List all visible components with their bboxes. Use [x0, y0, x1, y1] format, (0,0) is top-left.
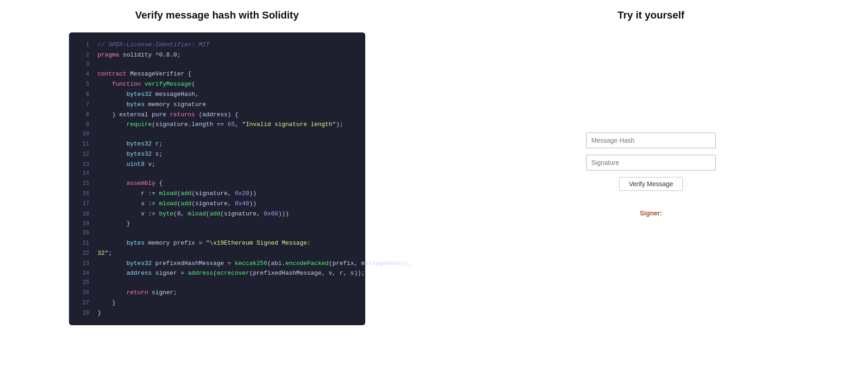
code-content-23: bytes32 prefixedHashMessage = keccak256(…	[98, 259, 412, 268]
line-num-4: 4	[76, 70, 89, 79]
code-line-17: 17 s := mload(add(signature, 0x40))	[69, 199, 365, 209]
right-panel: Try it yourself Verify Message Signer:	[434, 0, 868, 385]
line-num-6: 6	[76, 90, 89, 100]
line-num-5: 5	[76, 80, 89, 89]
code-content-13: uint8 v;	[98, 159, 156, 169]
code-content-11: bytes32 r;	[98, 139, 162, 149]
line-num-19: 19	[76, 220, 89, 229]
line-num-8: 8	[76, 111, 89, 120]
code-line-12: 12 bytes32 s;	[69, 149, 365, 159]
code-line-26: 26 return signer;	[69, 288, 365, 298]
code-content-8: ) external pure returns (address) {	[98, 110, 238, 120]
line-num-3: 3	[76, 60, 89, 69]
code-line-24: 24 address signer = address(ecrecover(pr…	[69, 268, 365, 278]
code-content-17: s := mload(add(signature, 0x40))	[98, 199, 256, 208]
message-hash-input[interactable]	[586, 133, 716, 148]
code-line-23: 23 bytes32 prefixedHashMessage = keccak2…	[69, 259, 365, 269]
code-content-22: 32";	[98, 248, 112, 258]
line-num-28: 28	[76, 309, 89, 318]
line-num-23: 23	[76, 259, 89, 269]
code-content-16: r := mload(add(signature, 0x20))	[98, 189, 256, 198]
code-content-15: assembly {	[98, 178, 162, 188]
line-num-18: 18	[76, 210, 89, 219]
code-line-22: 22 32";	[69, 248, 365, 259]
line-num-1: 1	[76, 41, 89, 50]
code-content-19: }	[98, 219, 130, 228]
code-line-16: 16 r := mload(add(signature, 0x20))	[69, 189, 365, 199]
code-content-9: require(signature.length == 65, "Invalid…	[98, 120, 343, 129]
left-title: Verify message hash with Solidity	[135, 9, 299, 21]
code-line-25: 25	[69, 278, 365, 288]
code-content-28: }	[98, 308, 101, 318]
line-num-27: 27	[76, 299, 89, 308]
code-content-21: bytes memory prefix = "\x19Ethereum Sign…	[98, 238, 311, 248]
code-content-4: contract MessageVerifier {	[98, 69, 192, 79]
code-content-5: function verifyMessage(	[98, 79, 195, 89]
verify-message-button[interactable]: Verify Message	[619, 177, 683, 191]
code-line-1: 1 // SPDX-License-Identifier: MIT	[69, 40, 365, 50]
code-line-13: 13 uint8 v;	[69, 159, 365, 170]
code-content-24: address signer = address(ecrecover(prefi…	[98, 268, 365, 278]
line-num-11: 11	[76, 140, 89, 149]
line-num-12: 12	[76, 150, 89, 159]
code-line-2: 2 pragma solidity ^0.8.0;	[69, 50, 365, 60]
code-line-3: 3	[69, 60, 365, 69]
line-num-20: 20	[76, 229, 89, 238]
line-num-17: 17	[76, 200, 89, 209]
line-num-21: 21	[76, 239, 89, 248]
code-line-9: 9 require(signature.length == 65, "Inval…	[69, 120, 365, 130]
line-num-26: 26	[76, 289, 89, 298]
code-line-27: 27 }	[69, 298, 365, 308]
code-line-21: 21 bytes memory prefix = "\x19Ethereum S…	[69, 238, 365, 248]
line-num-22: 22	[76, 249, 89, 259]
code-line-7: 7 bytes memory signature	[69, 100, 365, 110]
line-num-7: 7	[76, 101, 89, 110]
right-title: Try it yourself	[618, 9, 684, 21]
code-line-19: 19 }	[69, 219, 365, 229]
line-num-16: 16	[76, 189, 89, 199]
signature-input[interactable]	[586, 155, 716, 170]
line-num-10: 10	[76, 130, 89, 139]
code-content-26: return signer;	[98, 288, 177, 297]
code-line-4: 4 contract MessageVerifier {	[69, 69, 365, 79]
code-content-7: bytes memory signature	[98, 100, 206, 109]
code-line-18: 18 v := byte(0, mload(add(signature, 0x6…	[69, 209, 365, 219]
code-line-11: 11 bytes32 r;	[69, 139, 365, 149]
code-line-5: 5 function verifyMessage(	[69, 79, 365, 89]
line-num-2: 2	[76, 51, 89, 60]
try-it-form: Verify Message Signer:	[577, 133, 725, 217]
code-line-20: 20	[69, 229, 365, 238]
line-num-13: 13	[76, 160, 89, 170]
line-num-9: 9	[76, 120, 89, 130]
code-content-1: // SPDX-License-Identifier: MIT	[98, 40, 210, 50]
line-num-14: 14	[76, 169, 89, 178]
code-block: 1 // SPDX-License-Identifier: MIT 2 prag…	[69, 32, 365, 325]
code-content-2: pragma solidity ^0.8.0;	[98, 50, 181, 60]
code-line-10: 10	[69, 130, 365, 139]
code-line-6: 6 bytes32 messageHash,	[69, 89, 365, 100]
left-panel: Verify message hash with Solidity 1 // S…	[0, 0, 434, 385]
signer-label: Signer:	[640, 209, 662, 217]
code-line-15: 15 assembly {	[69, 178, 365, 189]
code-line-8: 8 ) external pure returns (address) {	[69, 110, 365, 120]
line-num-24: 24	[76, 269, 89, 278]
code-content-6: bytes32 messageHash,	[98, 89, 199, 99]
code-content-18: v := byte(0, mload(add(signature, 0x60))…	[98, 209, 289, 219]
code-line-14: 14	[69, 169, 365, 178]
code-content-27: }	[98, 298, 116, 308]
line-num-15: 15	[76, 179, 89, 189]
code-line-28: 28 }	[69, 308, 365, 318]
line-num-25: 25	[76, 278, 89, 288]
code-content-12: bytes32 s;	[98, 149, 162, 159]
